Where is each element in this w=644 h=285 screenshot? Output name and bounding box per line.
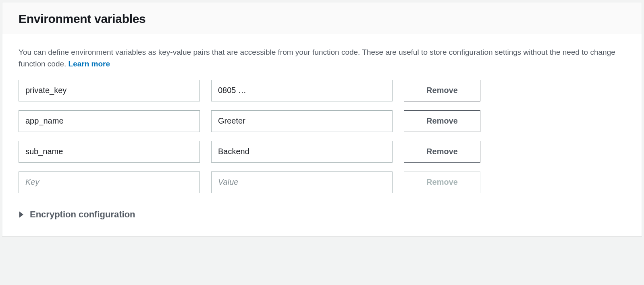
- description-text: You can define environment variables as …: [19, 46, 625, 70]
- env-var-row: Remove: [19, 141, 625, 163]
- env-var-row: Remove: [19, 80, 625, 101]
- learn-more-link[interactable]: Learn more: [69, 60, 110, 68]
- panel-header: Environment variables: [2, 2, 642, 34]
- env-var-key-input[interactable]: [19, 141, 200, 163]
- env-var-key-input[interactable]: [19, 171, 200, 193]
- env-var-value-input[interactable]: [211, 171, 393, 193]
- env-var-row-empty: Remove: [19, 171, 625, 193]
- encryption-config-expander[interactable]: Encryption configuration: [19, 209, 625, 220]
- env-vars-panel: Environment variables You can define env…: [2, 2, 642, 236]
- remove-button[interactable]: Remove: [404, 110, 480, 132]
- remove-button[interactable]: Remove: [404, 141, 480, 163]
- panel-body: You can define environment variables as …: [2, 34, 642, 236]
- env-var-row: Remove: [19, 110, 625, 132]
- caret-right-icon: [19, 211, 24, 218]
- encryption-config-label: Encryption configuration: [30, 209, 135, 220]
- env-var-value-input[interactable]: [211, 110, 393, 132]
- env-var-rows: Remove Remove Remove Remove: [19, 80, 625, 193]
- env-var-key-input[interactable]: [19, 110, 200, 132]
- env-var-value-input[interactable]: [211, 80, 393, 101]
- env-var-key-input[interactable]: [19, 80, 200, 101]
- remove-button[interactable]: Remove: [404, 80, 480, 101]
- remove-button: Remove: [404, 171, 480, 193]
- panel-title: Environment variables: [19, 12, 625, 26]
- env-var-value-input[interactable]: [211, 141, 393, 163]
